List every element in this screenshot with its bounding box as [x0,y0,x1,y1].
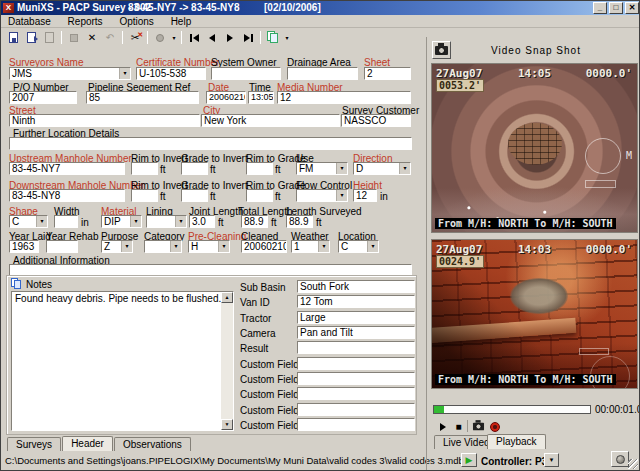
record-dropdown[interactable]: ▾ [169,30,178,45]
maximize-button[interactable]: □ [609,2,623,14]
scroll-up-icon[interactable]: ▲ [221,292,233,303]
controller-device-button[interactable] [611,451,629,467]
year-laid-field[interactable]: 1963 [9,240,39,253]
chevron-down-icon[interactable]: ▾ [175,216,186,227]
undo-button[interactable]: ↶ [101,30,119,45]
nav-next-button[interactable] [221,30,239,45]
cleaned-field[interactable]: 20060210 [241,240,287,253]
downstream-manhole-field[interactable]: 83-45-NY8 [9,189,125,202]
cut-button[interactable]: ✂ ✕ [126,30,144,45]
surveyors-name-combo[interactable]: JMS ▾ [9,67,131,80]
material-combo[interactable]: DIP ▾ [101,215,142,228]
rim-to-invert-dn-field[interactable] [131,189,158,202]
nav-last-button[interactable] [239,30,257,45]
new-page-button[interactable] [40,30,58,45]
length-surveyed-field[interactable]: 88.9 [286,215,313,228]
city-field[interactable]: New York [201,114,340,127]
flow-control-combo[interactable]: ▾ [296,189,348,202]
chevron-down-icon[interactable]: ▾ [399,163,410,174]
menu-help[interactable]: Help [164,15,199,27]
delete-button[interactable]: ✕ [83,30,101,45]
height-field[interactable]: 12 [353,189,377,202]
tab-observations[interactable]: Observations [114,437,191,451]
drainage-area-field[interactable] [287,67,358,80]
snapshot-button[interactable] [471,420,486,433]
time-field[interactable]: 13:05 [248,91,274,104]
result-field[interactable] [297,341,415,354]
playback-progress-bar[interactable] [433,405,591,414]
pre-cleaning-combo[interactable]: H ▾ [188,240,230,253]
custom-field-9-field[interactable] [297,403,415,416]
resize-grip[interactable] [628,459,638,469]
snapshot-camera-button[interactable] [432,41,451,59]
chevron-down-icon[interactable]: ▾ [121,241,132,252]
tractor-field[interactable]: Large [297,311,415,324]
nav-first-button[interactable] [185,30,203,45]
chevron-down-icon[interactable]: ▾ [170,241,181,252]
notes-scrollbar[interactable]: ▲ ▼ [221,292,233,430]
sub-basin-field[interactable]: South Fork [297,280,415,293]
grade-to-invert-up-field[interactable] [181,162,208,175]
record-button[interactable] [151,30,169,45]
media-number-field[interactable]: 12 [277,91,411,104]
chevron-down-icon[interactable]: ▾ [119,68,130,79]
custom-field-7-field[interactable] [297,372,415,385]
nav-prev-button[interactable] [203,30,221,45]
survey-customer-field[interactable]: NASSCO [341,114,411,127]
tab-playback[interactable]: Playback [487,434,546,449]
van-id-field[interactable]: 12 Tom [297,295,415,308]
lining-combo[interactable]: ▾ [146,215,187,228]
menu-options[interactable]: Options [112,15,160,27]
stop-playback-button[interactable]: ■ [451,420,466,433]
controller-dropdown[interactable]: ▾ [544,453,559,467]
scroll-down-icon[interactable]: ▼ [221,419,233,430]
play-button[interactable] [435,420,450,433]
pipeline-segment-ref-field[interactable]: 85 [86,91,199,104]
chevron-down-icon[interactable]: ▾ [130,216,141,227]
purpose-combo[interactable]: Z ▾ [101,240,133,253]
certificate-number-field[interactable]: U-105-538 [136,67,206,80]
record-stop-button[interactable] [487,420,502,433]
sheet-field[interactable]: 2 [364,67,411,80]
system-owner-field[interactable] [211,67,281,80]
rim-to-invert-up-field[interactable] [131,162,158,175]
custom-field-10-field[interactable] [297,418,415,431]
custom-field-8-field[interactable] [297,387,415,400]
total-length-field[interactable]: 88.9 [241,215,268,228]
tab-surveys[interactable]: Surveys [7,437,61,451]
save-button[interactable] [4,30,22,45]
controller-start-button[interactable]: ▶ [461,453,477,467]
street-field[interactable]: Ninth [9,114,200,127]
chevron-down-icon[interactable]: ▾ [367,241,378,252]
further-location-field[interactable] [9,137,412,150]
copy-button[interactable] [264,30,282,45]
chevron-down-icon[interactable]: ▾ [336,190,347,201]
date-field[interactable]: 20060210 [206,91,246,104]
chevron-down-icon[interactable]: ▾ [36,216,47,227]
chevron-down-icon[interactable]: ▾ [336,163,347,174]
copy-dropdown[interactable]: ▾ [282,30,291,45]
location-combo[interactable]: C ▾ [338,240,379,253]
upstream-manhole-field[interactable]: 83-45-NY7 [9,162,125,175]
export-button[interactable] [22,30,40,45]
chevron-down-icon[interactable]: ▾ [218,241,229,252]
menu-database[interactable]: Database [1,15,58,27]
rim-to-grade-dn-field[interactable] [246,189,273,202]
use-combo[interactable]: FM ▾ [296,162,348,175]
joint-length-field[interactable]: 3.0 [189,215,215,228]
stop-button[interactable] [65,30,83,45]
menu-reports[interactable]: Reports [61,15,110,27]
direction-combo[interactable]: D ▾ [353,162,411,175]
category-combo[interactable]: ▾ [144,240,182,253]
notes-textarea[interactable]: Found heavy debris. Pipe needs to be flu… [11,291,234,431]
width-field[interactable] [54,215,78,228]
rim-to-grade-up-field[interactable] [246,162,273,175]
weather-combo[interactable]: 1 ▾ [291,240,330,253]
custom-field-6-field[interactable] [297,357,415,370]
camera-field[interactable]: Pan and Tilt [297,326,415,339]
close-button[interactable]: ✕ [625,2,639,14]
minimize-button[interactable]: _ [593,2,607,14]
chevron-down-icon[interactable]: ▾ [318,241,329,252]
year-rehab-field[interactable] [46,240,78,253]
shape-combo[interactable]: C ▾ [9,215,48,228]
